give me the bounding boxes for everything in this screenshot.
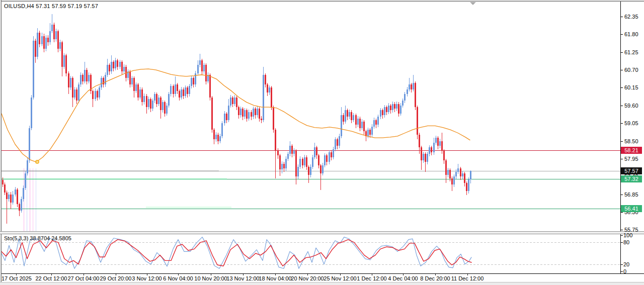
- date-label: 11 Dec 12:00: [451, 275, 484, 281]
- chart-canvas[interactable]: [0, 0, 644, 285]
- candles-layer[interactable]: [2, 14, 471, 223]
- candle-body: [386, 107, 387, 112]
- candle-body: [433, 143, 435, 152]
- candle-body: [333, 149, 334, 157]
- candle-body: [355, 115, 357, 125]
- candle-body: [99, 87, 100, 97]
- candle-body: [8, 195, 10, 200]
- candle-body: [133, 78, 135, 91]
- candle-body: [123, 67, 125, 72]
- price-tick-label: 60.70: [624, 67, 638, 73]
- price-tick-label: 61.80: [624, 31, 638, 37]
- candle-body: [181, 89, 182, 98]
- candle-body: [240, 109, 242, 115]
- candle-body: [425, 154, 426, 162]
- date-label: 22 Oct 12:00: [36, 275, 67, 281]
- candle-body: [263, 75, 264, 120]
- candle-body: [289, 146, 291, 154]
- candle-body: [113, 62, 114, 68]
- date-label: 4 Dec 04:00: [388, 275, 418, 281]
- candle-body: [244, 110, 246, 117]
- candle-body: [101, 78, 102, 87]
- candle-body: [59, 42, 61, 49]
- candle-body: [27, 160, 28, 173]
- candle-body: [308, 167, 309, 175]
- candle-body: [232, 98, 233, 104]
- candle-body: [148, 99, 149, 107]
- candle-body: [41, 36, 43, 44]
- candle-body: [135, 84, 137, 91]
- candle-body: [173, 86, 174, 94]
- candle-body: [304, 157, 305, 165]
- candle-body: [429, 147, 430, 154]
- candle-body: [242, 109, 244, 117]
- candle-body: [335, 139, 336, 149]
- sto-tick-label: 80: [623, 239, 629, 245]
- candle-body: [302, 159, 303, 165]
- candle-body: [74, 89, 75, 98]
- candle-body: [363, 122, 365, 131]
- candle-body: [390, 106, 391, 111]
- candle-body: [109, 65, 110, 71]
- candle-body: [47, 38, 49, 43]
- candle-body: [65, 55, 67, 73]
- price-badge: 57.57: [621, 167, 642, 174]
- ghost-smear: [26, 168, 28, 231]
- candle-body: [205, 65, 207, 81]
- candle-body: [246, 110, 248, 118]
- hline-shadow: [2, 170, 219, 171]
- candle-body: [413, 83, 414, 89]
- date-label: 17 Oct 2025: [2, 275, 32, 281]
- price-badge: 56.41: [621, 205, 642, 212]
- candle-body: [267, 84, 268, 92]
- candle-body: [234, 98, 235, 104]
- date-label: 27 Oct 04:00: [68, 275, 100, 281]
- candle-body: [295, 151, 297, 176]
- candle-body: [437, 138, 439, 146]
- hline-glow: [2, 178, 227, 179]
- candle-body: [117, 60, 118, 67]
- pane-separator[interactable]: [0, 231, 644, 234]
- candle-body: [314, 147, 315, 157]
- price-tick-label: 57.95: [624, 156, 638, 162]
- candle-body: [353, 115, 354, 120]
- candle-body: [468, 179, 469, 191]
- candle-body: [76, 89, 77, 101]
- candle-body: [175, 84, 176, 94]
- candle-body: [460, 168, 461, 176]
- candle-body: [273, 107, 274, 130]
- candle-body: [238, 107, 239, 115]
- window-top-border: [0, 0, 644, 2]
- candle-body: [409, 84, 410, 89]
- candle-body: [187, 87, 188, 94]
- candle-body: [103, 78, 104, 84]
- candle-body: [255, 109, 256, 115]
- candle-body: [439, 141, 441, 146]
- candle-body: [45, 38, 47, 49]
- candle-body: [195, 73, 196, 85]
- candle-body: [146, 96, 147, 108]
- candle-body: [407, 89, 408, 94]
- candle-body: [382, 110, 383, 115]
- candle-body: [51, 25, 53, 31]
- candle-body: [150, 99, 151, 109]
- candle-body: [248, 112, 250, 119]
- candle-body: [213, 130, 215, 139]
- candle-body: [2, 180, 4, 185]
- candle-body: [31, 98, 32, 128]
- candle-body: [125, 67, 127, 78]
- price-tick-label: 58.50: [624, 138, 638, 144]
- candle-body: [388, 106, 389, 112]
- candle-body: [265, 75, 266, 84]
- candle-body: [80, 75, 82, 84]
- candle-body: [445, 160, 447, 175]
- candle-body: [215, 135, 217, 140]
- date-label: 1 Dec 12:00: [357, 275, 386, 281]
- window-left-border: [0, 0, 2, 282]
- candle-body: [347, 110, 348, 117]
- candle-body: [203, 65, 205, 71]
- price-badge: 57.32: [621, 175, 642, 182]
- sto-tick-label: 20: [623, 261, 629, 267]
- candle-body: [269, 87, 270, 92]
- candle-body: [341, 115, 342, 136]
